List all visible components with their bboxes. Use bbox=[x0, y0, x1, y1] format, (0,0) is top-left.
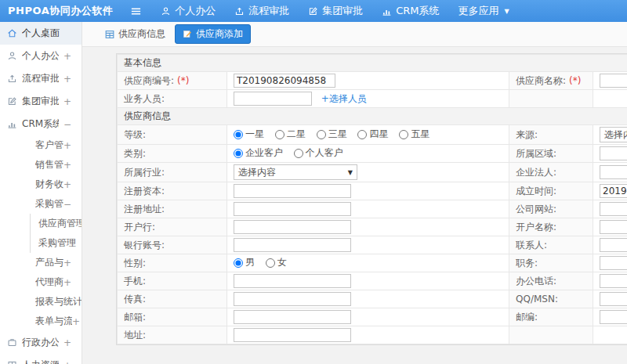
sidebar-item-personal-office[interactable]: 个人办公 + bbox=[0, 45, 82, 67]
bank-account-label: 银行账号: bbox=[118, 236, 227, 254]
account-name-input[interactable] bbox=[600, 220, 627, 234]
qq-msn-label: QQ/MSN: bbox=[509, 290, 593, 308]
category-label: 类别: bbox=[118, 145, 227, 163]
registered-capital-input[interactable] bbox=[234, 184, 351, 198]
sidebar-item-agent-mgmt[interactable]: 代理商管理 + bbox=[0, 272, 82, 292]
position-label: 职务: bbox=[509, 254, 593, 272]
section-supplier-info: 供应商信息 bbox=[118, 108, 627, 125]
category-radio bbox=[234, 149, 243, 158]
gender-radio bbox=[266, 258, 275, 268]
address-label: 地址: bbox=[118, 326, 227, 344]
industry-select[interactable]: 选择内容▼ bbox=[234, 164, 357, 180]
sidebar-item-purchase-mgmt[interactable]: 采购管理 − bbox=[0, 194, 82, 214]
add-edit-icon bbox=[183, 29, 193, 39]
sidebar-item-group-approval[interactable]: 集团审批 + bbox=[0, 90, 82, 113]
position-input[interactable] bbox=[600, 256, 627, 270]
gender-radio bbox=[234, 258, 243, 268]
caret-down-icon: ▼ bbox=[348, 169, 353, 176]
flow-icon bbox=[234, 6, 245, 16]
sidebar-item-admin-office[interactable]: 行政办公 + bbox=[0, 331, 82, 354]
sidebar-item-form-flow-settings[interactable]: 表单与流程设置 + bbox=[0, 312, 82, 331]
level-radio bbox=[275, 130, 285, 139]
hamburger-menu-button[interactable] bbox=[130, 5, 142, 17]
nav-item-workflow-approval[interactable]: 流程审批 bbox=[234, 4, 289, 18]
office-phone-input[interactable] bbox=[600, 274, 627, 288]
legal-person-label: 企业法人: bbox=[509, 163, 593, 182]
mobile-input[interactable] bbox=[234, 274, 351, 288]
level-radio-group: 一星 二星 三星 四星 五星 bbox=[227, 125, 509, 145]
source-select[interactable]: 选择内容▼ bbox=[600, 127, 627, 142]
sidebar-item-sales-mgmt[interactable]: 销售管理 + bbox=[0, 155, 82, 175]
briefcase-icon bbox=[7, 337, 17, 348]
sidebar-item-supplier-mgmt[interactable]: 供应商管理 bbox=[30, 214, 82, 233]
level-radio bbox=[357, 130, 367, 139]
address-input[interactable] bbox=[234, 328, 351, 342]
sidebar-item-finance[interactable]: 财务收支 + bbox=[0, 175, 82, 194]
region-input[interactable] bbox=[600, 146, 627, 160]
qq-msn-input[interactable] bbox=[600, 292, 627, 306]
contact-person-input[interactable] bbox=[600, 238, 627, 252]
registered-capital-label: 注册资本: bbox=[118, 182, 227, 200]
region-label: 所属区域: bbox=[509, 145, 593, 163]
tab-supplier-add[interactable]: 供应商添加 bbox=[175, 24, 251, 44]
office-phone-label: 办公电话: bbox=[509, 272, 593, 290]
sidebar-item-customer-mgmt[interactable]: 客户管理 + bbox=[0, 135, 82, 155]
person-icon bbox=[7, 51, 17, 61]
person-icon bbox=[161, 6, 171, 16]
email-label: 邮箱: bbox=[118, 308, 227, 326]
email-input[interactable] bbox=[234, 310, 351, 324]
legal-person-input[interactable] bbox=[600, 165, 627, 179]
sidebar-item-purchasing[interactable]: 采购管理 bbox=[30, 233, 82, 253]
sidebar-item-personal-desktop[interactable]: 个人桌面 bbox=[0, 22, 82, 45]
postcode-input[interactable] bbox=[600, 310, 627, 324]
top-navbar: PHPOA协同办公软件 个人办公 流程审批 集团审批 CRM系统 更多应用 ▼ bbox=[0, 0, 627, 22]
nav-item-personal-office[interactable]: 个人办公 bbox=[161, 4, 216, 18]
supplier-code-label: 供应商编号:(*) bbox=[118, 72, 227, 90]
sidebar-item-crm-system[interactable]: CRM系统 − bbox=[0, 113, 82, 135]
contact-person-label: 联系人: bbox=[509, 236, 593, 254]
sidebar-item-human-resources[interactable]: 人力资源 + bbox=[0, 354, 82, 364]
business-person-input[interactable] bbox=[234, 92, 312, 106]
account-name-label: 开户名称: bbox=[509, 218, 593, 236]
home-icon bbox=[7, 28, 17, 38]
select-person-link[interactable]: +选择人员 bbox=[321, 93, 367, 104]
established-date-input[interactable] bbox=[600, 184, 627, 198]
tab-supplier-info[interactable]: 供应商信息 bbox=[104, 27, 165, 41]
bank-input[interactable] bbox=[234, 220, 351, 234]
tab-strip: 供应商信息 供应商添加 bbox=[82, 22, 627, 47]
supplier-name-label: 供应商名称:(*) bbox=[509, 72, 593, 90]
section-basic-info: 基本信息 bbox=[118, 55, 627, 72]
bank-account-input[interactable] bbox=[234, 238, 351, 252]
level-radio bbox=[399, 130, 408, 139]
main-content: 供应商信息 供应商添加 基本信息 供应商编号:(*) 供应商名称:(*) bbox=[82, 22, 627, 364]
hamburger-icon bbox=[130, 5, 142, 17]
level-radio bbox=[234, 130, 243, 139]
registered-address-input[interactable] bbox=[234, 202, 351, 216]
nav-item-crm-system[interactable]: CRM系统 bbox=[382, 4, 439, 18]
established-date-label: 成立时间: bbox=[509, 182, 593, 200]
gender-radio-group: 男 女 bbox=[227, 254, 509, 272]
company-website-label: 公司网站: bbox=[509, 200, 593, 218]
app-logo: PHPOA协同办公软件 bbox=[0, 4, 113, 18]
edit-icon bbox=[308, 6, 318, 16]
nav-item-group-approval[interactable]: 集团审批 bbox=[308, 4, 363, 18]
sidebar-item-product-inventory[interactable]: 产品与库存 + bbox=[0, 253, 82, 272]
company-website-input[interactable] bbox=[600, 202, 627, 216]
business-person-label: 业务人员: bbox=[118, 90, 227, 108]
level-label: 等级: bbox=[118, 125, 227, 145]
supplier-code-input[interactable] bbox=[234, 74, 335, 88]
postcode-label: 邮编: bbox=[509, 308, 593, 326]
supplier-name-input[interactable] bbox=[600, 74, 627, 88]
chart-icon bbox=[382, 6, 392, 16]
sidebar-item-reports-stats[interactable]: 报表与统计 bbox=[0, 292, 82, 312]
sidebar: 个人桌面 个人办公 + 流程审批 + 集团审批 + CRM系统 − 客户管理 +… bbox=[0, 22, 82, 364]
chart-icon bbox=[7, 119, 17, 129]
table-icon bbox=[104, 29, 115, 40]
sidebar-item-workflow-approval[interactable]: 流程审批 + bbox=[0, 67, 82, 90]
edit-icon bbox=[7, 96, 17, 106]
supplier-add-form: 基本信息 供应商编号:(*) 供应商名称:(*) 业务人员: bbox=[116, 53, 627, 345]
nav-item-more-apps[interactable]: 更多应用 ▼ bbox=[458, 4, 509, 18]
fax-input[interactable] bbox=[234, 292, 351, 306]
caret-down-icon: ▼ bbox=[505, 8, 509, 15]
category-radio-group: 企业客户 个人客户 bbox=[227, 145, 509, 163]
